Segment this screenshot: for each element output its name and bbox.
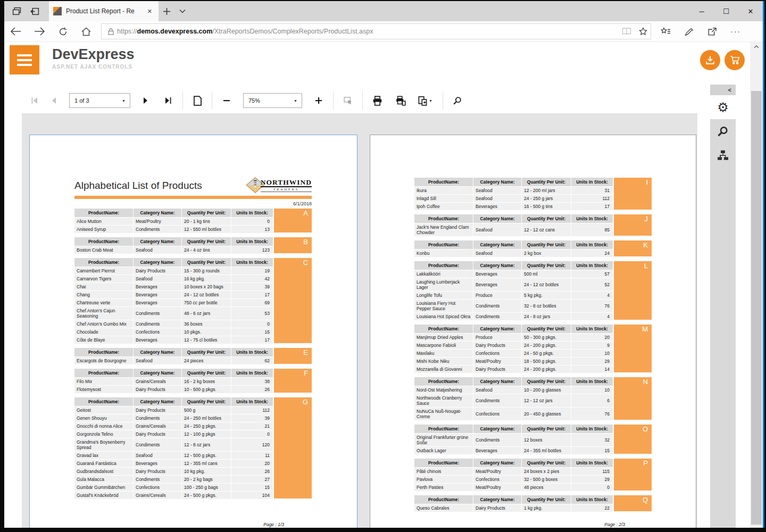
quantity-cell: 24 pieces bbox=[182, 357, 231, 364]
next-page-button[interactable] bbox=[139, 94, 153, 107]
document-surface[interactable]: Alphabetical List of Products N bbox=[22, 113, 697, 528]
page-number-select[interactable]: 1 of 3▼ bbox=[69, 93, 130, 108]
page-scrollbar[interactable] bbox=[750, 42, 763, 528]
browser-titlebar: Product List Report - Re ✕ ─ ☐ ✕ bbox=[4, 1, 763, 21]
table-row: Northwoods Cranberry SauceCondiments12 -… bbox=[414, 394, 613, 407]
category-cell: Seafood bbox=[134, 275, 181, 282]
export-button[interactable]: ▼ bbox=[415, 94, 435, 107]
quantity-cell: 24 - 355 ml bottles bbox=[522, 447, 571, 454]
units-in-stock-cell: 10 bbox=[571, 386, 613, 394]
tab-list-chevron-icon[interactable] bbox=[174, 1, 190, 21]
highlight-editing-fields-button[interactable] bbox=[341, 94, 355, 107]
quantity-cell: 12 - 355 ml cans bbox=[182, 460, 231, 467]
close-button[interactable]: ✕ bbox=[738, 1, 763, 21]
logo-line2: TRADERS bbox=[261, 187, 312, 192]
web-note-pen-icon[interactable] bbox=[685, 27, 694, 36]
print-page-button[interactable] bbox=[394, 94, 407, 107]
previous-page-button[interactable] bbox=[47, 94, 61, 107]
cart-button[interactable] bbox=[725, 50, 745, 70]
column-header: ProductName: bbox=[414, 261, 473, 270]
address-bar[interactable]: https://demos.devexpress.com/XtraReports… bbox=[101, 23, 651, 39]
menu-hamburger-button[interactable] bbox=[10, 45, 39, 74]
table-row: Gustaf's KnäckebrödGrains/Cereals24 - 50… bbox=[74, 492, 273, 499]
category-cell: Meat/Poultry bbox=[473, 468, 521, 475]
units-in-stock-cell: 29 bbox=[571, 358, 613, 365]
column-header: Units In Stock: bbox=[571, 377, 613, 386]
table-row: KonbuSeafood2 kg box24 bbox=[414, 250, 613, 257]
download-button[interactable] bbox=[700, 50, 720, 70]
units-in-stock-cell: 17 bbox=[231, 336, 273, 344]
column-header: Quantity Per Unit: bbox=[522, 425, 571, 433]
table-row: Alice MuttonMeat/Poultry20 - 1 kg tins0 bbox=[74, 218, 273, 225]
category-cell: Meat/Poultry bbox=[473, 358, 521, 365]
column-header: Units In Stock: bbox=[231, 258, 273, 267]
category-cell: Beverages bbox=[134, 299, 181, 306]
page-setup-button[interactable] bbox=[190, 94, 204, 107]
quantity-cell: 16 - 2 kg boxes bbox=[182, 378, 231, 385]
new-tab-button[interactable] bbox=[159, 1, 174, 21]
first-page-button[interactable] bbox=[28, 94, 41, 107]
units-in-stock-cell: 0 bbox=[231, 218, 273, 225]
category-cell: Beverages bbox=[134, 291, 181, 298]
back-button[interactable] bbox=[4, 27, 28, 36]
last-page-button[interactable] bbox=[161, 94, 175, 107]
more-options-icon[interactable]: ··· bbox=[730, 27, 741, 36]
product-name-cell: Longlife Tofu bbox=[414, 292, 473, 299]
category-cell: Dairy Products bbox=[473, 342, 521, 349]
tab-search[interactable] bbox=[710, 119, 736, 143]
category-cell: Meat/Poultry bbox=[134, 218, 181, 225]
share-icon[interactable] bbox=[707, 27, 717, 36]
units-in-stock-cell: 4 bbox=[571, 292, 613, 299]
category-cell: Produce bbox=[473, 292, 521, 299]
browser-tab[interactable]: Product List Report - Re ✕ bbox=[49, 1, 159, 21]
units-in-stock-cell: 42 bbox=[231, 275, 273, 282]
units-in-stock-cell: 10 bbox=[571, 350, 613, 357]
report-group: ProductName:Category Name:Quantity Per U… bbox=[414, 178, 652, 210]
minimize-button[interactable]: ─ bbox=[689, 1, 714, 21]
group-letter-badge: B bbox=[274, 237, 312, 253]
scroll-up-arrow[interactable] bbox=[750, 42, 763, 52]
search-button[interactable] bbox=[451, 94, 464, 107]
reading-view-icon[interactable] bbox=[622, 28, 631, 35]
scrollbar-thumb[interactable] bbox=[751, 91, 762, 525]
category-cell: Beverages bbox=[473, 447, 521, 454]
home-button[interactable] bbox=[74, 27, 98, 36]
zoom-level-select[interactable]: 75%▼ bbox=[243, 93, 302, 108]
table-row: Guaraná FantásticaBeverages12 - 355 ml c… bbox=[74, 460, 273, 467]
favorite-star-icon[interactable] bbox=[639, 27, 647, 36]
tab-close-icon[interactable]: ✕ bbox=[145, 7, 154, 16]
refresh-button[interactable] bbox=[51, 27, 74, 36]
table-row: IkuraSeafood12 - 200 ml jars31 bbox=[414, 187, 613, 194]
units-in-stock-cell: 31 bbox=[571, 187, 613, 194]
table-row: Longlife TofuProduce5 kg pkg.4 bbox=[414, 292, 613, 299]
report-page-2[interactable]: ProductName:Category Name:Quantity Per U… bbox=[370, 135, 696, 528]
favorites-hub-icon[interactable] bbox=[661, 27, 671, 36]
print-button[interactable] bbox=[370, 94, 384, 107]
units-in-stock-cell: 27 bbox=[231, 476, 273, 483]
product-name-cell: Original Frankfurter grüne Soße bbox=[414, 434, 473, 446]
group-letter-badge: M bbox=[614, 325, 652, 372]
report-page-1[interactable]: Alphabetical List of Products N bbox=[29, 135, 357, 528]
category-cell: Condiments bbox=[473, 434, 521, 446]
tab-document-map[interactable] bbox=[710, 143, 736, 167]
column-header: Quantity Per Unit: bbox=[522, 240, 571, 249]
product-name-cell: Chartreuse verte bbox=[74, 299, 133, 306]
tab-preview-icon[interactable] bbox=[7, 1, 26, 21]
product-name-cell: Gravad lax bbox=[74, 452, 133, 459]
quantity-cell: 12 - 100 g pkgs bbox=[182, 430, 231, 438]
group-letter-badge: A bbox=[274, 209, 312, 232]
units-in-stock-cell: 9 bbox=[571, 342, 613, 349]
column-header: ProductName: bbox=[414, 178, 473, 186]
zoom-in-button[interactable] bbox=[312, 94, 326, 107]
report-group: ProductName:Category Name:Quantity Per U… bbox=[74, 237, 312, 254]
forward-button[interactable] bbox=[28, 27, 51, 36]
product-name-cell: Gula Malacca bbox=[74, 476, 133, 483]
zoom-out-button[interactable] bbox=[220, 94, 234, 107]
product-name-cell: Filo Mix bbox=[74, 378, 133, 385]
maximize-button[interactable]: ☐ bbox=[714, 1, 738, 21]
tab-export-options[interactable]: ⚙ bbox=[710, 95, 736, 119]
panel-collapse-button[interactable]: < bbox=[710, 85, 736, 95]
category-cell: Dairy Products bbox=[134, 267, 181, 275]
product-name-cell: Boston Crab Meat bbox=[74, 246, 133, 254]
set-tabs-aside-icon[interactable] bbox=[26, 1, 44, 21]
